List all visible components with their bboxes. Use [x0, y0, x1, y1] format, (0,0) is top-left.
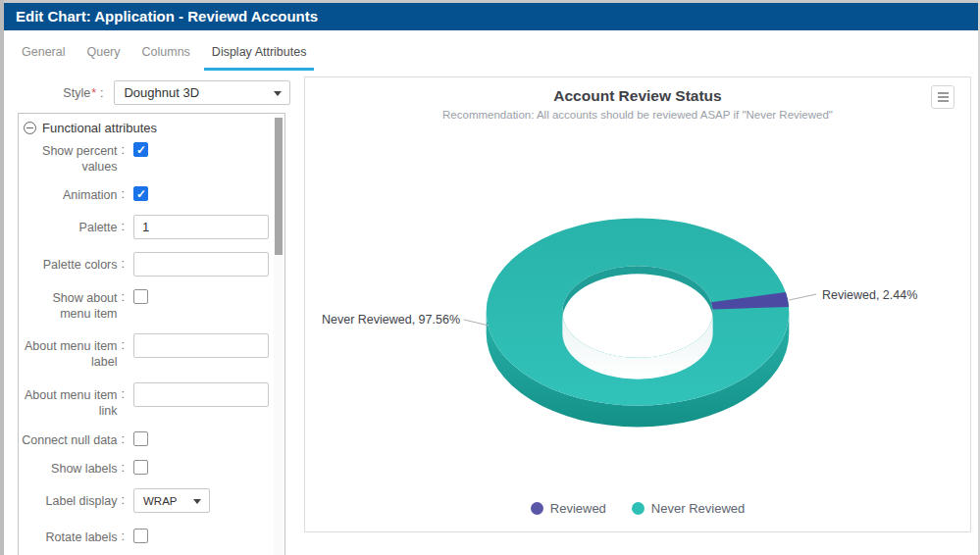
field-row-palette: Palette: — [21, 215, 269, 239]
about-menu-item-link-input[interactable] — [133, 382, 269, 407]
chart-panel: Account Review Status Recommendation: Al… — [304, 76, 971, 532]
field-label-palette: Palette: — [21, 215, 125, 235]
functional-attributes-header: Functional attributes — [19, 114, 284, 136]
legend-item-never-reviewed[interactable]: Never Reviewed — [632, 501, 745, 516]
field-row-show-labels: Show labels: — [21, 460, 269, 477]
field-row-animation: Animation: — [21, 186, 269, 203]
edit-chart-dialog: Edit Chart: Application - Reviewd Accoun… — [0, 0, 980, 555]
field-row-palette-colors: Palette colors: — [21, 252, 269, 277]
label-display-select[interactable]: WRAP — [133, 488, 210, 513]
legend-dot-icon — [632, 502, 645, 515]
connect-null-data-checkbox[interactable] — [133, 431, 148, 446]
dialog-titlebar: Edit Chart: Application - Reviewd Accoun… — [4, 3, 978, 30]
functional-attributes-panel: Functional attributes Show percent value… — [18, 113, 285, 555]
palette-input[interactable] — [133, 215, 269, 239]
functional-attributes-title: Functional attributes — [42, 121, 157, 135]
field-label-label-display: Label display: — [21, 488, 125, 509]
window-border-left — [0, 0, 4, 555]
field-row-connect-null-data: Connect null data: — [21, 431, 269, 448]
tab-bar: GeneralQueryColumnsDisplay Attributes — [14, 39, 320, 71]
field-label-show-percent-values: Show percent values: — [21, 142, 125, 175]
field-row-about-menu-item-label: About menu item label: — [21, 333, 269, 370]
collapse-minus-icon[interactable] — [24, 122, 36, 134]
style-field-row: Style*: Doughnut 3D — [8, 80, 298, 105]
scrollbar-thumb[interactable] — [275, 118, 283, 255]
show-labels-checkbox[interactable] — [133, 460, 148, 475]
style-select-value: Doughnut 3D — [124, 85, 199, 100]
chart-legend: ReviewedNever Reviewed — [305, 501, 970, 516]
chevron-down-icon — [274, 91, 282, 96]
legend-dot-icon — [531, 502, 543, 515]
field-label-connect-null-data: Connect null data: — [21, 431, 125, 448]
slice-label-reviewed: Reviewed, 2.44% — [822, 288, 917, 302]
functional-attributes-rows: Show percent values:Animation:Palette:Pa… — [19, 136, 284, 555]
doughnut-3d-chart — [305, 77, 970, 531]
field-row-label-display: Label display:WRAP — [21, 488, 269, 513]
field-row-show-about-menu-item: Show about menu item: — [21, 289, 269, 322]
field-label-show-about-menu-item: Show about menu item: — [21, 289, 125, 322]
field-row-about-menu-item-link: About menu item link: — [21, 382, 269, 419]
palette-colors-input[interactable] — [133, 252, 269, 277]
field-row-rotate-labels: Rotate labels: — [21, 529, 269, 545]
legend-label: Never Reviewed — [651, 501, 745, 516]
connector-never-reviewed — [464, 320, 489, 326]
required-asterisk: * — [91, 86, 96, 100]
tab-general[interactable]: General — [14, 39, 73, 71]
field-label-about-menu-item-link: About menu item link: — [21, 382, 125, 419]
field-label-show-labels: Show labels: — [21, 460, 125, 477]
tab-columns[interactable]: Columns — [134, 39, 198, 71]
dialog-title: Edit Chart: Application - Reviewd Accoun… — [16, 8, 318, 25]
field-label-rotate-labels: Rotate labels: — [21, 529, 125, 545]
tab-display-attributes[interactable]: Display Attributes — [204, 39, 315, 71]
about-menu-item-label-input[interactable] — [133, 333, 269, 358]
chevron-down-icon — [193, 499, 201, 504]
rotate-labels-checkbox[interactable] — [133, 529, 148, 543]
field-label-palette-colors: Palette colors: — [21, 252, 125, 273]
connector-reviewed — [789, 294, 816, 300]
show-percent-values-checkbox[interactable] — [133, 142, 148, 157]
legend-item-reviewed[interactable]: Reviewed — [531, 501, 606, 516]
style-label: Style* — [8, 86, 96, 100]
animation-checkbox[interactable] — [133, 186, 148, 201]
slice-label-never-reviewed: Never Reviewed, 97.56% — [317, 313, 460, 327]
field-row-show-percent-values: Show percent values: — [21, 142, 269, 175]
field-label-about-menu-item-label: About menu item label: — [21, 333, 125, 370]
legend-label: Reviewed — [550, 501, 606, 516]
style-select[interactable]: Doughnut 3D — [114, 80, 290, 105]
tab-query[interactable]: Query — [78, 39, 128, 71]
field-label-animation: Animation: — [21, 186, 125, 203]
scrollbar-track[interactable] — [274, 115, 284, 555]
show-about-menu-item-checkbox[interactable] — [133, 289, 148, 304]
